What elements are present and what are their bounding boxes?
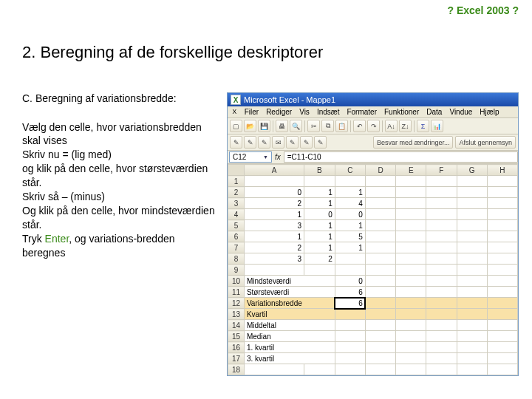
col-header-e[interactable]: E — [396, 165, 426, 176]
cell[interactable] — [426, 276, 457, 287]
cell[interactable] — [335, 320, 365, 331]
cell[interactable] — [426, 353, 457, 364]
cell[interactable] — [426, 298, 457, 309]
cell[interactable]: 0 — [304, 209, 335, 220]
cell[interactable] — [365, 187, 395, 198]
cell[interactable] — [487, 298, 517, 309]
cell[interactable] — [244, 265, 304, 276]
sort-desc-icon[interactable]: Z↓ — [399, 120, 412, 132]
cell[interactable] — [396, 309, 426, 320]
cell[interactable]: 0 — [335, 276, 365, 287]
cell[interactable] — [244, 176, 304, 187]
cell[interactable] — [365, 298, 395, 309]
cell[interactable] — [365, 265, 395, 276]
cell[interactable] — [396, 320, 426, 331]
cell[interactable]: 2 — [304, 253, 335, 265]
dropdown-icon[interactable]: ▼ — [263, 154, 268, 160]
cell[interactable] — [396, 176, 426, 187]
row-header[interactable]: 10 — [228, 276, 245, 287]
cell[interactable] — [244, 364, 304, 375]
cell[interactable] — [426, 331, 457, 342]
redo-icon[interactable]: ↷ — [367, 120, 380, 132]
cell[interactable]: 2 — [244, 198, 304, 209]
review-icon[interactable]: ✎ — [286, 136, 299, 149]
cell[interactable] — [426, 198, 457, 209]
cell[interactable]: 0 — [244, 187, 304, 198]
cell[interactable]: 1 — [244, 209, 304, 220]
cell[interactable] — [457, 364, 487, 375]
cell[interactable]: Middeltal — [244, 320, 335, 331]
cell[interactable] — [365, 287, 395, 298]
cell[interactable]: 1 — [335, 242, 365, 253]
cell[interactable] — [457, 242, 487, 253]
cell[interactable] — [304, 176, 335, 187]
cell[interactable]: 6 — [335, 298, 365, 309]
cell[interactable] — [365, 231, 395, 242]
cut-icon[interactable]: ✂ — [307, 120, 320, 132]
cell[interactable] — [396, 342, 426, 353]
col-header-b[interactable]: B — [304, 165, 335, 176]
menu-funktioner[interactable]: Funktioner — [384, 108, 419, 116]
worksheet-grid[interactable]: A B C D E F G H 120113214410053116115721… — [228, 164, 518, 375]
cell[interactable]: 4 — [335, 198, 365, 209]
cell[interactable] — [487, 342, 517, 353]
cell[interactable] — [457, 231, 487, 242]
cell[interactable] — [487, 187, 517, 198]
cell[interactable] — [457, 298, 487, 309]
cell[interactable] — [426, 220, 457, 231]
review-icon[interactable]: ✎ — [300, 136, 313, 149]
cell[interactable] — [335, 342, 365, 353]
row-header[interactable]: 7 — [228, 242, 245, 253]
row-header[interactable]: 18 — [228, 364, 245, 375]
col-header-h[interactable]: H — [487, 165, 517, 176]
cell[interactable] — [426, 309, 457, 320]
cell[interactable] — [487, 353, 517, 364]
autosum-icon[interactable]: Σ — [417, 120, 429, 132]
cell[interactable] — [487, 231, 517, 242]
copy-icon[interactable]: ⧉ — [321, 120, 334, 132]
cell[interactable] — [457, 220, 487, 231]
cell[interactable] — [396, 187, 426, 198]
cell[interactable] — [365, 198, 395, 209]
cell[interactable] — [457, 253, 487, 265]
cell[interactable] — [487, 176, 517, 187]
cell[interactable]: 5 — [335, 231, 365, 242]
row-header[interactable]: 2 — [228, 187, 245, 198]
menu-vis[interactable]: Vis — [299, 108, 310, 116]
cell[interactable] — [365, 220, 395, 231]
cell[interactable] — [487, 265, 517, 276]
cell[interactable]: 1 — [304, 242, 335, 253]
cell[interactable] — [396, 353, 426, 364]
end-review-button[interactable]: Afslut gennemsyn — [455, 136, 516, 149]
cell[interactable] — [335, 353, 365, 364]
cell[interactable] — [365, 342, 395, 353]
cell[interactable]: 1 — [335, 220, 365, 231]
print-icon[interactable]: 🖶 — [276, 120, 288, 132]
cell[interactable] — [396, 298, 426, 309]
cell[interactable] — [487, 364, 517, 375]
menu-indsaet[interactable]: Indsæt — [317, 108, 340, 116]
cell[interactable]: Mindsteværdi — [244, 276, 335, 287]
row-header[interactable]: 16 — [228, 342, 245, 353]
new-icon[interactable]: ▢ — [230, 120, 242, 132]
cell[interactable] — [487, 242, 517, 253]
col-header-d[interactable]: D — [365, 165, 395, 176]
cell[interactable] — [365, 276, 395, 287]
cell[interactable] — [457, 187, 487, 198]
cell[interactable] — [457, 265, 487, 276]
cell[interactable] — [457, 320, 487, 331]
cell[interactable] — [396, 287, 426, 298]
cell[interactable] — [426, 209, 457, 220]
col-header-f[interactable]: F — [426, 165, 457, 176]
review-icon[interactable]: ✎ — [244, 136, 256, 149]
cell[interactable] — [487, 198, 517, 209]
row-header[interactable]: 1 — [228, 176, 245, 187]
menu-vindue[interactable]: Vindue — [449, 108, 472, 116]
menu-filer[interactable]: Filer — [245, 108, 259, 116]
cell[interactable] — [487, 331, 517, 342]
review-icon[interactable]: ✎ — [314, 136, 327, 149]
cell[interactable]: 3 — [244, 253, 304, 265]
cell[interactable] — [335, 176, 365, 187]
cell[interactable] — [457, 353, 487, 364]
cell[interactable]: 2 — [244, 242, 304, 253]
